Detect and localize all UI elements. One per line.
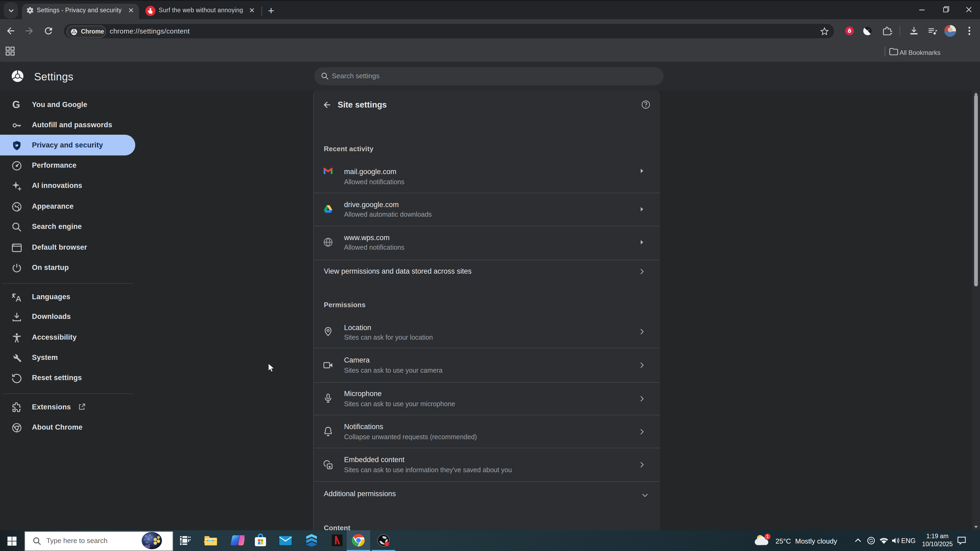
svg-text:1: 1 — [766, 534, 768, 539]
